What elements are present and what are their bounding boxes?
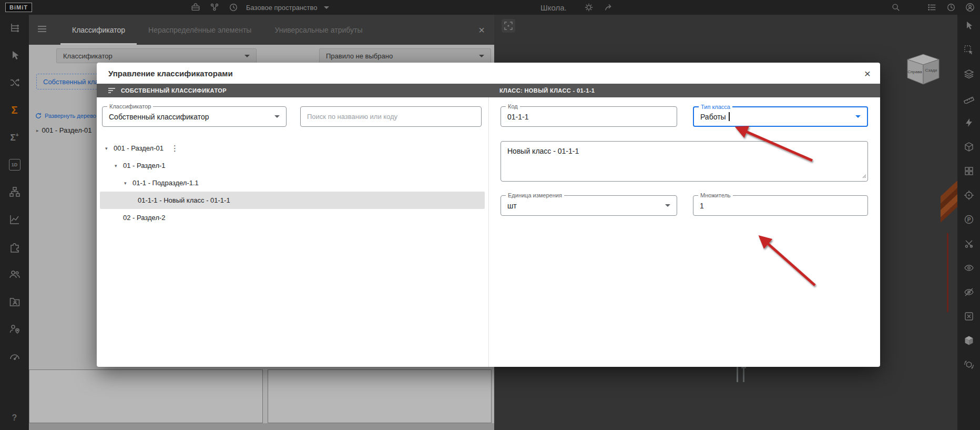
tree-row-section2[interactable]: 02 - Раздел-2 xyxy=(97,209,488,226)
text-cursor xyxy=(729,112,730,121)
modal-search-input[interactable] xyxy=(300,106,482,127)
dialog-subheader: СОБСТВЕННЫЙ КЛАССИФИКАТОР КЛАСС: НОВЫЙ К… xyxy=(97,84,880,97)
chevron-down-icon xyxy=(665,204,670,207)
chevron-down-icon[interactable]: ▾ xyxy=(115,163,123,168)
chevron-down-icon xyxy=(855,115,861,118)
code-field[interactable]: Код 01-1-1 xyxy=(501,106,677,127)
chevron-down-icon[interactable]: ▾ xyxy=(124,181,132,186)
panel-divider xyxy=(488,97,489,367)
chevron-down-icon xyxy=(274,115,280,118)
class-name-textarea[interactable]: Новый класс - 01-1-1 xyxy=(501,141,868,182)
subheader-left-title: СОБСТВЕННЫЙ КЛАССИФИКАТОР xyxy=(121,87,227,94)
chevron-down-icon[interactable]: ▾ xyxy=(105,146,114,151)
dialog-close-button[interactable]: × xyxy=(864,68,871,79)
tree-row-selected-class[interactable]: 01-1-1 - Новый класс - 01-1-1 xyxy=(100,192,485,209)
modal-classifier-select[interactable]: Классификатор Собственный классификатор xyxy=(102,106,287,127)
tree-row-root[interactable]: ▾ 001 - Раздел-01 ⋮ xyxy=(97,139,488,157)
classifier-management-dialog: Управление классификаторами × СОБСТВЕННЫ… xyxy=(97,63,880,367)
subheader-right-title: КЛАСС: НОВЫЙ КЛАСС - 01-1-1 xyxy=(499,84,595,97)
tree-row-subsection[interactable]: ▾ 01-1 - Подраздел-1.1 xyxy=(97,174,488,192)
dialog-title: Управление классификаторами xyxy=(108,69,233,78)
unit-select[interactable]: Единица измерения шт xyxy=(501,195,677,216)
tree-row-section1[interactable]: ▾ 01 - Раздел-1 xyxy=(97,157,488,174)
modal-classifier-tree: ▾ 001 - Раздел-01 ⋮ ▾ 01 - Раздел-1 ▾ 01… xyxy=(97,139,488,226)
resize-handle-icon[interactable] xyxy=(861,172,866,180)
multiplier-field[interactable]: Множитель 1 xyxy=(693,195,868,216)
dialog-title-bar: Управление классификаторами × xyxy=(97,63,880,84)
kebab-menu-icon[interactable]: ⋮ xyxy=(171,144,179,153)
sort-icon[interactable] xyxy=(108,87,116,94)
class-type-select[interactable]: Тип класса Работы xyxy=(693,106,868,127)
